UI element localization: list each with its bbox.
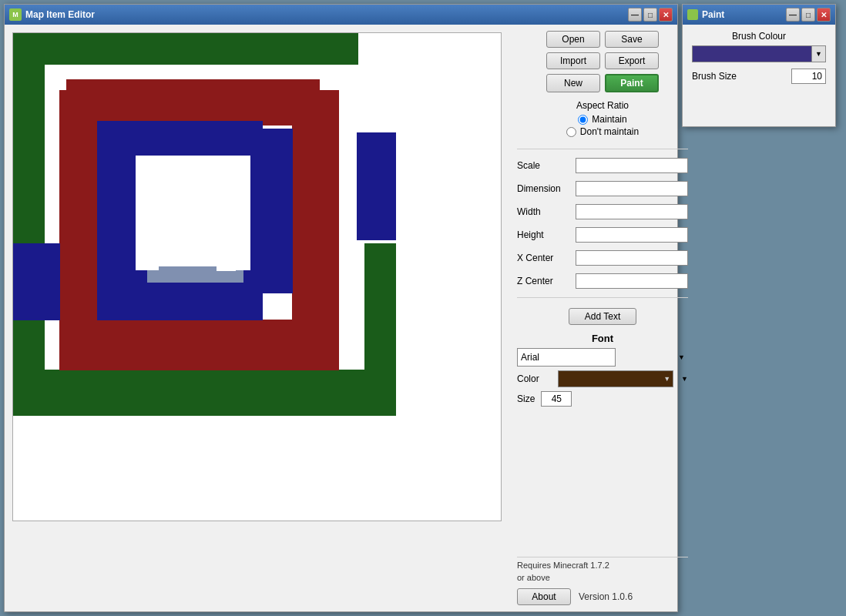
divider-1	[517, 149, 688, 149]
minecraft-requirement: Requires Minecraft 1.7.2 or above	[517, 560, 688, 584]
brush-size-input[interactable]	[791, 69, 826, 84]
color-swatch[interactable]	[558, 370, 673, 387]
zcenter-row: Z Center	[517, 273, 688, 289]
color-dropdown-arrow[interactable]: ▼	[681, 375, 688, 383]
brush-size-row: Brush Size	[692, 69, 826, 84]
export-button[interactable]: Export	[605, 52, 659, 69]
xcenter-label: X Center	[517, 253, 571, 263]
bottom-section: Requires Minecraft 1.7.2 or above About …	[517, 548, 688, 605]
title-bar-controls: — □ ✕	[628, 8, 673, 22]
main-title-bar: M Map Item Editor — □ ✕	[5, 5, 677, 25]
font-section: Font Arial Times New Roman Courier New C…	[517, 333, 688, 407]
paint-title-bar: Paint — □ ✕	[683, 5, 835, 25]
new-button[interactable]: New	[546, 74, 600, 92]
brush-colour-dropdown-arrow[interactable]: ▼	[812, 45, 826, 62]
xcenter-row: X Center	[517, 250, 688, 266]
close-button[interactable]: ✕	[659, 8, 673, 22]
open-save-row: Open Save	[517, 31, 688, 48]
new-paint-row: New Paint	[517, 74, 688, 92]
scale-row: Scale	[517, 158, 688, 173]
dont-maintain-label: Don't maintain	[580, 126, 639, 137]
brush-size-label: Brush Size	[692, 71, 737, 82]
bottom-row: About Version 1.0.6	[517, 588, 688, 605]
zcenter-input[interactable]	[576, 273, 688, 289]
paint-close-button[interactable]: ✕	[817, 8, 831, 22]
height-row: Height	[517, 227, 688, 243]
about-button[interactable]: About	[517, 588, 571, 605]
color-picker-wrapper	[558, 370, 673, 387]
main-window: M Map Item Editor — □ ✕ Open Save Import…	[4, 4, 678, 612]
size-input[interactable]	[541, 391, 572, 407]
dont-maintain-radio-row: Don't maintain	[517, 126, 688, 137]
width-input[interactable]	[576, 204, 688, 219]
aspect-ratio-section: Aspect Ratio Maintain Don't maintain	[517, 97, 688, 142]
font-section-title: Font	[517, 333, 688, 344]
paint-window: Paint — □ ✕ Brush Colour ▼ Brush Size	[682, 4, 836, 127]
dimension-row: Dimension	[517, 181, 688, 196]
minimize-button[interactable]: —	[628, 8, 642, 22]
import-button[interactable]: Import	[546, 52, 600, 69]
height-label: Height	[517, 229, 571, 240]
width-label: Width	[517, 206, 571, 217]
font-select-wrapper: Arial Times New Roman Courier New	[517, 348, 688, 367]
zcenter-label: Z Center	[517, 276, 571, 286]
save-button[interactable]: Save	[605, 31, 659, 48]
xcenter-input[interactable]	[576, 250, 688, 266]
map-canvas[interactable]	[12, 32, 502, 521]
size-label: Size	[517, 393, 535, 404]
dimension-input[interactable]	[576, 181, 688, 196]
version-text: Version 1.0.6	[579, 591, 633, 602]
brush-colour-row: ▼	[692, 45, 826, 62]
paint-content: Brush Colour ▼ Brush Size	[683, 25, 835, 90]
open-button[interactable]: Open	[546, 31, 600, 48]
divider-3	[517, 557, 688, 557]
main-window-icon: M	[9, 8, 22, 21]
paint-window-icon	[687, 9, 698, 20]
maintain-label: Maintain	[592, 114, 626, 125]
divider-2	[517, 297, 688, 298]
paint-button[interactable]: Paint	[605, 74, 659, 92]
canvas-area	[5, 25, 509, 611]
paint-maximize-button[interactable]: □	[801, 8, 815, 22]
size-row: Size	[517, 391, 688, 407]
maintain-radio-row: Maintain	[517, 114, 688, 125]
main-window-title: Map Item Editor	[25, 9, 95, 20]
height-input[interactable]	[576, 227, 688, 243]
aspect-ratio-title: Aspect Ratio	[517, 100, 688, 111]
brush-colour-swatch[interactable]	[692, 45, 812, 62]
maintain-radio[interactable]	[578, 115, 588, 125]
import-export-row: Import Export	[517, 52, 688, 69]
scale-label: Scale	[517, 160, 571, 171]
dont-maintain-radio[interactable]	[566, 127, 576, 137]
paint-title-controls: — □ ✕	[786, 8, 831, 22]
font-select[interactable]: Arial Times New Roman Courier New	[517, 348, 616, 367]
width-row: Width	[517, 204, 688, 219]
color-row: Color ▼	[517, 370, 688, 387]
color-label: Color	[517, 373, 552, 384]
maximize-button[interactable]: □	[643, 8, 657, 22]
add-text-btn-row: Add Text	[517, 308, 688, 325]
scale-input[interactable]	[576, 158, 688, 173]
brush-colour-label: Brush Colour	[692, 31, 826, 42]
main-content: Open Save Import Export New Paint Aspect…	[5, 25, 677, 611]
dimension-label: Dimension	[517, 183, 571, 194]
paint-window-title: Paint	[702, 9, 724, 20]
add-text-button[interactable]: Add Text	[569, 308, 636, 325]
right-panel: Open Save Import Export New Paint Aspect…	[509, 25, 696, 611]
paint-minimize-button[interactable]: —	[786, 8, 800, 22]
